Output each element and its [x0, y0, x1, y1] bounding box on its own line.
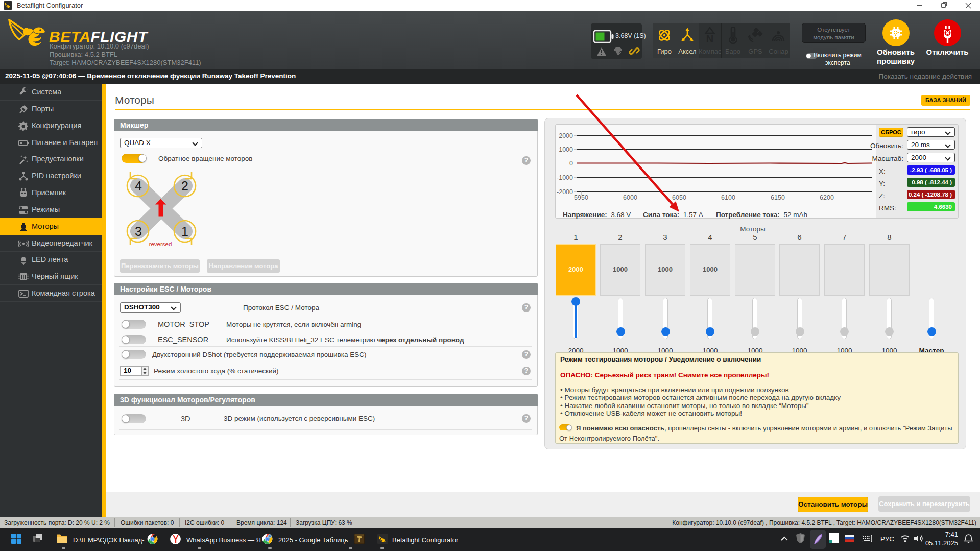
- svg-text:4: 4: [135, 179, 142, 193]
- svg-text:-1000: -1000: [557, 174, 573, 181]
- svg-text:3: 3: [135, 224, 142, 238]
- svg-text:2: 2: [181, 179, 188, 193]
- svg-text:1: 1: [181, 224, 188, 238]
- svg-text:6150: 6150: [771, 194, 785, 201]
- svg-text:2000: 2000: [559, 132, 573, 139]
- svg-text:5950: 5950: [574, 194, 588, 201]
- svg-text:6200: 6200: [820, 194, 834, 201]
- svg-text:1000: 1000: [559, 146, 573, 153]
- svg-text:-2000: -2000: [557, 188, 573, 196]
- svg-text:N: N: [706, 33, 713, 43]
- svg-text:0: 0: [569, 160, 573, 167]
- svg-text:6000: 6000: [623, 194, 637, 201]
- svg-text:6100: 6100: [721, 194, 735, 201]
- svg-text:6050: 6050: [672, 194, 686, 201]
